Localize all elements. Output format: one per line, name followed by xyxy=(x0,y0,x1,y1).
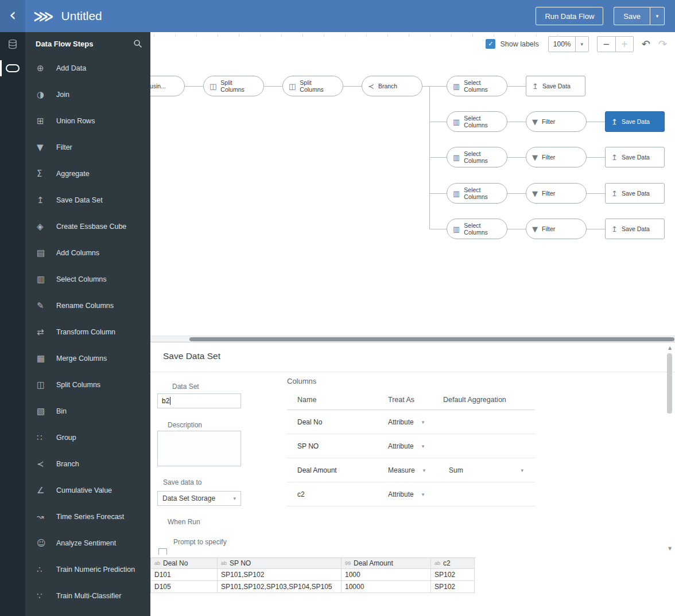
sidebar-item-save-data-set[interactable]: ↥Save Data Set xyxy=(25,187,150,213)
sidebar-item-train-multi-classifier[interactable]: ∵Train Multi-Classifier xyxy=(25,583,150,609)
node-select-columns-5[interactable]: ▥Select Columns xyxy=(447,219,507,239)
sidebar-item-partial[interactable]: ∘∘ xyxy=(25,609,150,616)
data-set-label: Data Set xyxy=(172,383,199,391)
sidebar-item-train-numeric-prediction[interactable]: ∴Train Numeric Prediction xyxy=(25,556,150,583)
run-data-flow-button[interactable]: Run Data Flow xyxy=(536,7,603,25)
scrollbar-thumb[interactable] xyxy=(667,353,672,414)
sidebar-item-select-columns[interactable]: ▥Select Columns xyxy=(25,266,150,293)
chevron-down-icon[interactable]: ▾ xyxy=(575,37,588,52)
redo-button[interactable]: ↷ xyxy=(658,38,667,50)
panel-vertical-scrollbar[interactable]: ▲ ▼ xyxy=(666,345,673,551)
sidebar-item-group[interactable]: ∷Group xyxy=(25,424,150,451)
canvas-toolbar: ✓ Show labels 100% ▾ − + ↶ ↷ xyxy=(150,32,675,56)
sidebar-item-transform-column[interactable]: ⇄Transform Column xyxy=(25,319,150,345)
back-button[interactable]: ‹ xyxy=(0,0,25,32)
sidebar-item-analyze-sentiment[interactable]: ☺Analyze Sentiment xyxy=(25,530,150,556)
flow-canvas[interactable]: _busin... ◫Split Columns ◫Split Columns … xyxy=(150,56,675,336)
node-filter-2[interactable]: ▼Filter xyxy=(526,147,587,167)
chevron-down-icon: ▾ xyxy=(422,419,425,425)
treat-as-select[interactable]: Attribute▾ xyxy=(388,442,443,450)
train-numeric-prediction-icon: ∴ xyxy=(37,564,51,575)
node-split-columns-2[interactable]: ◫Split Columns xyxy=(282,76,343,96)
zoom-out-button[interactable]: − xyxy=(598,37,615,52)
sidebar-item-add-columns[interactable]: ▤Add Columns xyxy=(25,240,150,266)
sidebar-item-join[interactable]: ◑Join xyxy=(25,81,150,108)
rename-columns-icon: ✎ xyxy=(37,301,51,311)
tab-data-flow-steps[interactable] xyxy=(0,56,25,80)
sidebar-item-union-rows[interactable]: ⊞Union Rows xyxy=(25,108,150,134)
save-button[interactable]: Save xyxy=(614,7,650,25)
preview-cell: SP101,SP102 xyxy=(218,569,342,581)
transform-column-icon: ⇄ xyxy=(37,327,51,337)
save-menu-caret-button[interactable]: ▾ xyxy=(650,7,665,25)
treat-as-select[interactable]: Attribute▾ xyxy=(388,418,443,426)
zoom-in-button[interactable]: + xyxy=(615,37,633,52)
text-type-icon: ab xyxy=(221,560,227,566)
scroll-up-icon[interactable]: ▲ xyxy=(666,345,673,350)
sidebar-item-bin[interactable]: ▧Bin xyxy=(25,398,150,424)
time-series-forecast-icon: ↝ xyxy=(37,512,51,522)
column-name: Deal Amount xyxy=(287,466,388,474)
chevron-down-icon: ▾ xyxy=(521,467,523,473)
description-input[interactable] xyxy=(157,431,241,466)
show-labels-checkbox[interactable]: ✓ xyxy=(486,39,495,49)
preview-cell: 1000 xyxy=(342,569,431,581)
sidebar-item-branch[interactable]: ≺Branch xyxy=(25,451,150,477)
node-save-data-1[interactable]: ↥Save Data xyxy=(526,76,585,96)
select-columns-icon: ▥ xyxy=(37,274,51,284)
treat-as-select[interactable]: Measure▾ xyxy=(388,466,443,474)
search-icon[interactable] xyxy=(133,39,142,48)
node-filter-4[interactable]: ▼Filter xyxy=(526,219,587,239)
flow-connectors xyxy=(150,56,675,336)
sidebar-item-merge-columns[interactable]: ▦Merge Columns xyxy=(25,345,150,372)
node-filter-1[interactable]: ▼Filter xyxy=(526,111,587,132)
node-filter-3[interactable]: ▼Filter xyxy=(526,183,587,204)
filter-icon: ▼ xyxy=(532,189,538,198)
train-multi-classifier-icon: ∵ xyxy=(37,591,51,601)
zoom-value[interactable]: 100% xyxy=(549,37,575,52)
scroll-down-icon[interactable]: ▼ xyxy=(666,546,673,551)
chevron-down-icon: ▾ xyxy=(422,492,425,497)
sidebar-item-add-data[interactable]: ⊕Add Data xyxy=(25,55,150,81)
columns-header-row: Name Treat As Default Aggregation xyxy=(287,390,535,410)
sidebar-item-split-columns[interactable]: ◫Split Columns xyxy=(25,372,150,398)
node-dataset-busin[interactable]: _busin... xyxy=(150,76,185,96)
node-select-columns-3[interactable]: ▥Select Columns xyxy=(447,147,507,167)
select-columns-icon: ▥ xyxy=(453,225,460,233)
treat-as-select[interactable]: Attribute▾ xyxy=(388,490,443,498)
preview-row: D101 SP101,SP102 1000 SP102 xyxy=(151,569,476,581)
logo-icon: ⋙ xyxy=(33,8,53,25)
text-type-icon: ab xyxy=(154,560,160,566)
column-row: Deal No Attribute▾ xyxy=(287,410,535,434)
node-select-columns-4[interactable]: ▥Select Columns xyxy=(447,183,507,204)
scrollbar-thumb[interactable] xyxy=(189,337,674,341)
prompt-to-specify-checkbox[interactable] xyxy=(158,548,167,555)
sidebar-item-aggregate[interactable]: ΣAggregate xyxy=(25,161,150,187)
header: ‹ ⋙ Untitled Run Data Flow Save ▾ xyxy=(0,0,675,32)
node-select-columns-2[interactable]: ▥Select Columns xyxy=(447,111,507,132)
sidebar-item-create-essbase-cube[interactable]: ◈Create Essbase Cube xyxy=(25,213,150,240)
number-type-icon: 99 xyxy=(345,560,351,566)
default-aggregation-select[interactable]: Sum▾ xyxy=(449,466,523,474)
sidebar-item-cumulative-value[interactable]: ∠Cumulative Value xyxy=(25,477,150,504)
tab-data-sets[interactable] xyxy=(0,32,25,56)
column-row: SP NO Attribute▾ xyxy=(287,434,535,458)
node-branch[interactable]: ≺Branch xyxy=(362,76,422,96)
node-select-columns-1[interactable]: ▥Select Columns xyxy=(447,76,507,96)
sidebar-item-filter[interactable]: ▼Filter xyxy=(25,134,150,161)
sidebar-item-time-series-forecast[interactable]: ↝Time Series Forecast xyxy=(25,504,150,530)
data-set-input[interactable]: b2 xyxy=(157,393,241,408)
save-data-to-select[interactable]: Data Set Storage▾ xyxy=(157,491,241,506)
sidebar-item-rename-columns[interactable]: ✎Rename Columns xyxy=(25,293,150,319)
node-save-data-3[interactable]: ↥Save Data xyxy=(605,147,665,167)
node-save-data-2-selected[interactable]: ↥Save Data xyxy=(605,111,665,132)
node-save-data-5[interactable]: ↥Save Data xyxy=(605,219,665,239)
preview-header-row: abDeal No abSP NO 99Deal Amount abc2 xyxy=(151,558,476,569)
undo-button[interactable]: ↶ xyxy=(642,38,650,50)
save-data-set-icon: ↥ xyxy=(37,195,51,205)
node-save-data-4[interactable]: ↥Save Data xyxy=(605,183,665,204)
save-data-icon: ↥ xyxy=(611,153,618,162)
node-split-columns-1[interactable]: ◫Split Columns xyxy=(203,76,264,96)
panel-divider xyxy=(150,372,675,372)
preview-cell: SP101,SP102,SP103,SP104,SP105 xyxy=(218,581,342,593)
